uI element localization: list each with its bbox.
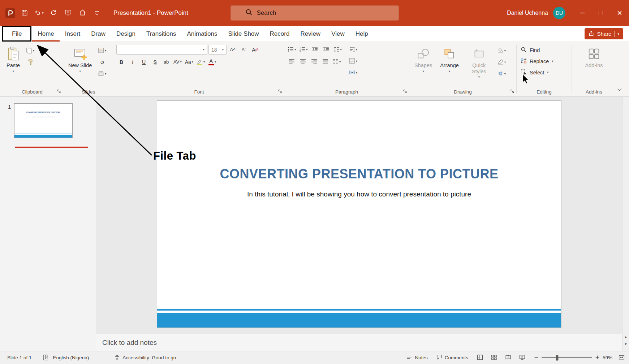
quick-styles-button[interactable]: Quick Styles ▾ (464, 45, 494, 80)
reset-slide-button[interactable]: ↺ (97, 57, 107, 67)
tab-record[interactable]: Record (264, 26, 295, 42)
vertical-scrollbar[interactable]: ▲ ▼ (622, 97, 629, 351)
shape-outline-button[interactable]: ▾ (496, 57, 507, 67)
zoom-in-button[interactable] (595, 355, 600, 361)
accessibility-checker[interactable]: Accessibility: Good to go (114, 354, 176, 361)
normal-view-button[interactable] (477, 354, 483, 361)
slide-section-button[interactable]: ▾ (97, 69, 107, 79)
slide-editing-area[interactable]: CONVERTING PRESENTATION TO PICTURE In th… (96, 97, 622, 334)
slide-layout-button[interactable]: ▾ (97, 46, 107, 56)
align-text-button[interactable]: ▾ (348, 56, 358, 66)
save-button[interactable] (18, 6, 31, 20)
tab-help[interactable]: Help (350, 26, 374, 42)
find-button[interactable]: Find (519, 45, 542, 55)
font-size-combo[interactable]: 18▾ (208, 45, 227, 55)
select-button[interactable]: Select▾ (519, 67, 551, 78)
slide-thumbnail[interactable]: CONVERTING PRESENTATION TO PICTURE (14, 103, 73, 138)
change-case-button[interactable]: Aa▾ (184, 57, 194, 67)
increase-font-size-button[interactable]: A^ (228, 45, 238, 55)
italic-button[interactable]: I (128, 57, 138, 67)
align-left-button[interactable] (287, 57, 297, 67)
convert-to-smartart-button[interactable]: ▾ (348, 68, 358, 78)
bold-button[interactable]: B (116, 57, 126, 67)
slide-indicator[interactable]: Slide 1 of 1 (7, 355, 32, 360)
tab-design[interactable]: Design (111, 26, 141, 42)
paste-button[interactable]: Paste ▾ (4, 45, 23, 74)
tab-animations[interactable]: Animations (181, 26, 223, 42)
arrange-dropdown-icon[interactable]: ▾ (449, 70, 450, 73)
align-center-button[interactable] (298, 57, 308, 67)
language-indicator[interactable]: English (Nigeria) (53, 355, 89, 360)
zoom-slider[interactable] (542, 357, 592, 358)
slide-subtitle-textbox[interactable]: In this tutorial, I will be showing you … (157, 190, 561, 198)
minimize-button[interactable] (573, 0, 591, 26)
text-direction-dropdown-icon[interactable]: ▾ (356, 48, 357, 51)
paste-dropdown-icon[interactable]: ▾ (12, 70, 14, 73)
text-direction-button[interactable]: ▾ (348, 45, 358, 55)
home-button[interactable] (76, 6, 89, 20)
addins-button[interactable]: Add-ins (582, 45, 606, 70)
share-dropdown-icon[interactable]: ▾ (617, 32, 619, 36)
undo-dropdown-icon[interactable]: ▾ (42, 11, 44, 15)
align-right-button[interactable] (309, 57, 319, 67)
font-name-dropdown-icon[interactable]: ▾ (203, 48, 204, 51)
increase-indent-button[interactable] (321, 45, 331, 55)
tab-draw[interactable]: Draw (86, 26, 111, 42)
user-avatar[interactable]: DU (553, 7, 565, 19)
shape-effects-dropdown-icon[interactable]: ▾ (504, 72, 506, 75)
shapes-dropdown-icon[interactable]: ▾ (422, 70, 424, 73)
font-dialog-launcher[interactable] (277, 89, 283, 94)
arrange-button[interactable]: Arrange ▾ (437, 45, 462, 74)
clipboard-dialog-launcher[interactable] (56, 89, 61, 94)
font-color-button[interactable]: A▾ (207, 57, 217, 67)
notes-pane[interactable]: Click to add notes (96, 334, 622, 351)
quick-styles-dropdown-icon[interactable]: ▾ (478, 75, 480, 79)
numbering-button[interactable]: 123▾ (298, 45, 309, 55)
columns-button[interactable]: ▾ (331, 57, 342, 67)
close-button[interactable]: × (610, 0, 629, 26)
new-slide-button[interactable]: New Slide ▾ (65, 45, 95, 74)
collapse-ribbon-button[interactable] (615, 86, 624, 94)
shape-effects-button[interactable]: ▾ (496, 69, 507, 79)
slide-title-textbox[interactable]: CONVERTING PRESENTATION TO PICTURE (157, 166, 561, 182)
character-spacing-button[interactable]: AV▾ (172, 57, 183, 67)
new-slide-dropdown-icon[interactable]: ▾ (79, 70, 81, 73)
tab-home[interactable]: Home (32, 26, 59, 42)
replace-button[interactable]: Replace▾ (519, 56, 555, 66)
spell-check-button[interactable] (43, 354, 49, 361)
text-highlight-button[interactable]: ▾ (195, 57, 206, 67)
notes-toggle-button[interactable]: Notes (406, 354, 427, 361)
shape-fill-dropdown-icon[interactable]: ▾ (504, 49, 506, 52)
select-dropdown-icon[interactable]: ▾ (547, 71, 548, 74)
character-spacing-dropdown-icon[interactable]: ▾ (180, 60, 181, 64)
copy-button[interactable]: ▾ (25, 46, 35, 56)
align-text-dropdown-icon[interactable]: ▾ (356, 60, 357, 63)
copy-dropdown-icon[interactable]: ▾ (33, 49, 34, 52)
font-size-dropdown-icon[interactable]: ▾ (222, 48, 224, 51)
numbering-dropdown-icon[interactable]: ▾ (306, 48, 307, 51)
smartart-dropdown-icon[interactable]: ▾ (356, 71, 357, 74)
replace-dropdown-icon[interactable]: ▾ (552, 60, 553, 63)
fit-slide-button[interactable] (619, 354, 625, 361)
maximize-button[interactable] (591, 0, 610, 26)
quick-access-customize-button[interactable] (90, 6, 103, 20)
shapes-button[interactable]: Shapes ▾ (412, 45, 435, 74)
undo-button[interactable]: ▾ (33, 6, 46, 20)
format-painter-button[interactable] (25, 57, 35, 67)
slide-layout-dropdown-icon[interactable]: ▾ (105, 49, 106, 52)
clear-formatting-button[interactable]: A (250, 45, 260, 55)
scroll-up-button[interactable]: ▲ (622, 335, 629, 339)
text-shadow-button[interactable]: S (150, 57, 160, 67)
start-slideshow-button[interactable] (61, 6, 74, 20)
user-name[interactable]: Daniel Uchenna (507, 10, 548, 16)
paragraph-dialog-launcher[interactable] (402, 89, 408, 94)
tab-insert[interactable]: Insert (60, 26, 86, 42)
shape-fill-button[interactable]: ▾ (496, 46, 507, 56)
font-name-combo[interactable]: ▾ (116, 45, 207, 55)
strikethrough-button[interactable]: ab (161, 57, 171, 67)
line-spacing-button[interactable]: ▾ (332, 45, 343, 55)
slide-section-dropdown-icon[interactable]: ▾ (105, 72, 106, 75)
slide-sorter-view-button[interactable] (491, 354, 497, 361)
tab-transitions[interactable]: Transitions (141, 26, 182, 42)
font-color-dropdown-icon[interactable]: ▾ (215, 60, 216, 64)
